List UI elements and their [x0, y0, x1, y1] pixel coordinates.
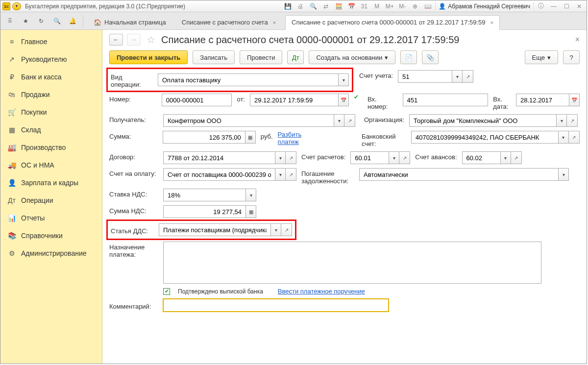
chevron-down-icon[interactable]: ▾: [558, 131, 569, 144]
chevron-down-icon[interactable]: ▾: [245, 189, 256, 201]
sidebar-item-10[interactable]: 📊Отчеты: [0, 209, 102, 227]
open-icon[interactable]: ↗: [511, 151, 522, 164]
chevron-down-icon[interactable]: ▾: [558, 168, 569, 181]
sum-field[interactable]: ▦: [163, 131, 256, 144]
enter-payment-order-link[interactable]: Ввести платежное поручение: [278, 288, 365, 295]
recipient-field[interactable]: ▾ ↗: [163, 114, 355, 127]
sidebar-item-0[interactable]: ≡Главное: [0, 33, 102, 50]
sidebar-item-3[interactable]: 🛍Продажи: [0, 86, 102, 103]
more-button[interactable]: Еще ▾: [525, 50, 558, 64]
favorite-icon[interactable]: ★: [19, 15, 32, 27]
zoom-icon[interactable]: ⊕: [410, 2, 420, 11]
sidebar-item-9[interactable]: ДтОперации: [0, 192, 102, 209]
maximize-button[interactable]: ☐: [561, 2, 572, 11]
contract-field[interactable]: ▾ ↗: [163, 151, 296, 164]
history-icon[interactable]: ↻: [35, 15, 48, 27]
favorite-star-icon[interactable]: ☆: [147, 34, 155, 46]
chevron-down-icon[interactable]: ▾: [275, 168, 286, 181]
operation-type-select[interactable]: ▾: [158, 73, 349, 86]
close-window-button[interactable]: ✕: [574, 2, 585, 11]
invoice-field[interactable]: ▾ ↗: [163, 168, 296, 181]
tab-withdrawal-list[interactable]: Списание с расчетного счета×: [175, 15, 282, 30]
search-icon[interactable]: 🔍: [50, 15, 63, 27]
chevron-down-icon[interactable]: ▾: [270, 223, 281, 236]
account-select[interactable]: ▾ ↗: [398, 70, 473, 83]
preview-icon[interactable]: 🔍: [308, 2, 318, 11]
open-icon[interactable]: ↗: [286, 151, 296, 164]
minimize-button[interactable]: —: [548, 2, 559, 11]
open-icon[interactable]: ↗: [463, 70, 473, 83]
vat-field[interactable]: ▾: [163, 189, 256, 201]
forward-button[interactable]: →: [127, 34, 141, 46]
calendar-icon[interactable]: 📅: [338, 94, 349, 106]
open-icon[interactable]: ↗: [569, 131, 580, 144]
advance-account-field[interactable]: ▾ ↗: [462, 151, 522, 164]
mminus-icon[interactable]: M-: [397, 2, 408, 11]
close-icon[interactable]: ×: [490, 20, 493, 25]
close-page-button[interactable]: ×: [575, 35, 580, 44]
info-icon[interactable]: ⓘ: [536, 2, 546, 11]
open-icon[interactable]: ↗: [399, 151, 410, 164]
calendar-icon[interactable]: 📅: [346, 2, 357, 11]
calculator-icon[interactable]: ▦: [245, 205, 256, 218]
bank-account-field[interactable]: ▾ ↗: [411, 131, 580, 144]
sidebar-item-7[interactable]: 🚚ОС и НМА: [0, 156, 102, 174]
apps-icon[interactable]: ⠿: [3, 15, 16, 27]
split-payment-link[interactable]: Разбить платеж: [278, 131, 324, 146]
compare-icon[interactable]: ⇄: [320, 2, 331, 11]
incoming-date-field[interactable]: 📅: [516, 94, 580, 106]
sidebar-item-8[interactable]: 👤Зарплата и кадры: [0, 174, 102, 192]
debt-field[interactable]: ▾: [359, 168, 569, 181]
chevron-down-icon[interactable]: ▾: [338, 73, 349, 86]
purpose-textarea[interactable]: [163, 242, 541, 284]
date-field[interactable]: 📅: [250, 94, 349, 106]
close-icon[interactable]: ×: [273, 20, 276, 25]
current-user[interactable]: 👤 Абрамов Геннадий Сергеевич: [435, 2, 534, 11]
calendar-icon[interactable]: 📅: [569, 94, 580, 106]
comment-field[interactable]: [163, 299, 389, 312]
open-icon[interactable]: ↗: [344, 114, 355, 127]
chevron-down-icon[interactable]: ▾: [389, 151, 399, 164]
calculator-icon[interactable]: ▦: [245, 131, 256, 144]
open-icon[interactable]: ↗: [567, 114, 578, 127]
save-icon[interactable]: 💾: [282, 2, 293, 11]
tab-home[interactable]: 🏠 Начальная страница: [87, 15, 172, 30]
organization-field[interactable]: ▾ ↗: [409, 114, 578, 127]
mplus-icon[interactable]: M+: [384, 2, 395, 11]
notifications-icon[interactable]: 🔔: [66, 15, 79, 27]
m-icon[interactable]: M: [371, 2, 382, 11]
report-button[interactable]: 📄: [400, 50, 417, 64]
create-based-button[interactable]: Создать на основании ▾: [309, 50, 395, 64]
sidebar-item-4[interactable]: 🛒Покупки: [0, 103, 102, 121]
vatsum-field[interactable]: ▦: [163, 205, 256, 218]
post-button[interactable]: Провести: [240, 50, 283, 64]
date-icon[interactable]: 31: [359, 2, 369, 11]
calc-icon[interactable]: 🧮: [333, 2, 344, 11]
back-button[interactable]: ←: [109, 34, 123, 46]
save-button[interactable]: Записать: [193, 50, 235, 64]
sidebar-item-11[interactable]: 📚Справочники: [0, 227, 102, 244]
open-icon[interactable]: ↗: [281, 223, 292, 236]
chevron-down-icon[interactable]: ▾: [334, 114, 344, 127]
open-icon[interactable]: ↗: [286, 168, 296, 181]
sidebar-item-5[interactable]: ▦Склад: [0, 121, 102, 139]
tab-withdrawal-doc[interactable]: Списание с расчетного счета 0000-000001 …: [285, 15, 500, 30]
chevron-down-icon[interactable]: ▾: [556, 114, 567, 127]
post-and-close-button[interactable]: Провести и закрыть: [109, 50, 188, 64]
sidebar-item-1[interactable]: ↗Руководителю: [0, 50, 102, 68]
sidebar-item-12[interactable]: ⚙Администрирование: [0, 244, 102, 262]
book-icon[interactable]: 📖: [422, 2, 433, 11]
chevron-down-icon[interactable]: ▾: [452, 70, 463, 83]
print-icon[interactable]: 🖨: [295, 2, 306, 11]
help-button[interactable]: ?: [563, 50, 580, 64]
confirmed-checkbox[interactable]: ✔: [163, 288, 170, 295]
dds-field[interactable]: ▾ ↗: [159, 223, 292, 236]
sidebar-item-6[interactable]: 🏭Производство: [0, 139, 102, 156]
number-field[interactable]: [162, 94, 232, 106]
sidebar-item-2[interactable]: ₽Банк и касса: [0, 68, 102, 86]
chevron-down-icon[interactable]: ▾: [500, 151, 511, 164]
chevron-down-icon[interactable]: ▾: [275, 151, 286, 164]
incoming-number-field[interactable]: [403, 94, 489, 106]
dtkt-button[interactable]: Дт: [287, 50, 304, 64]
calc-account-field[interactable]: ▾ ↗: [350, 151, 410, 164]
